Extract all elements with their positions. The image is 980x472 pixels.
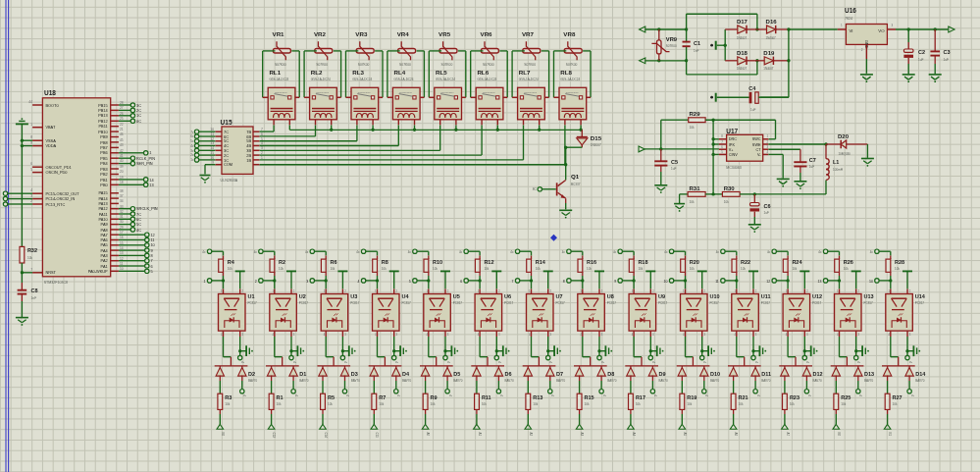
svg-text:NormallyOpen: NormallyOpen	[316, 91, 329, 93]
svg-text:10k: 10k	[27, 256, 33, 260]
svg-text:BAV70: BAV70	[659, 379, 668, 383]
svg-text:C5: C5	[671, 159, 678, 165]
svg-text:25: 25	[120, 117, 124, 121]
svg-text:PB1: PB1	[100, 178, 107, 183]
svg-text:10k: 10k	[482, 402, 487, 406]
svg-text:PA5: PA5	[101, 242, 108, 247]
svg-text:R7: R7	[379, 394, 386, 400]
svg-text:10: 10	[664, 280, 668, 284]
svg-text:12: 12	[120, 257, 124, 261]
svg-text:PB0: PB0	[100, 183, 108, 187]
svg-text:U4: U4	[402, 293, 410, 299]
svg-text:G5S-1A-DC24: G5S-1A-DC24	[560, 78, 580, 81]
svg-text:6c: 6c	[190, 134, 194, 138]
svg-text:RL4: RL4	[394, 69, 406, 76]
svg-text:1N4007: 1N4007	[763, 67, 774, 71]
svg-text:18: 18	[120, 181, 124, 184]
svg-text:G5S-1A-DC24: G5S-1A-DC24	[477, 78, 496, 81]
svg-text:5: 5	[261, 137, 263, 141]
svg-text:A1: A1	[478, 433, 482, 437]
svg-text:10k: 10k	[690, 200, 695, 204]
svg-text:10k: 10k	[638, 267, 643, 271]
svg-text:10k: 10k	[279, 267, 284, 271]
svg-text:1uF: 1uF	[764, 211, 769, 215]
svg-text:10k: 10k	[790, 402, 795, 406]
svg-text:RL6: RL6	[477, 69, 489, 76]
svg-text:29: 29	[120, 226, 124, 230]
svg-text:8: 8	[150, 253, 152, 258]
svg-text:U5: U5	[453, 293, 460, 299]
svg-text:5: 5	[30, 168, 32, 172]
svg-text:1B: 1B	[246, 158, 251, 163]
svg-text:PB13: PB13	[98, 113, 108, 118]
svg-text:D11: D11	[761, 371, 771, 377]
svg-text:BAV70: BAV70	[556, 379, 565, 383]
svg-text:10k: 10k	[331, 267, 335, 271]
svg-text:NormallyOpen: NormallyOpen	[566, 91, 579, 93]
svg-text:R6: R6	[331, 259, 337, 265]
svg-text:R32: R32	[27, 247, 37, 253]
svg-text:VDDA: VDDA	[45, 143, 56, 148]
svg-text:5: 5	[150, 269, 152, 274]
svg-text:R31: R31	[690, 185, 701, 191]
svg-text:VR9: VR9	[666, 36, 678, 42]
svg-text:DRC: DRC	[729, 137, 737, 141]
svg-text:PC817: PC817	[453, 301, 463, 305]
svg-text:S07K00: S07K00	[316, 63, 328, 67]
svg-text:PB4: PB4	[100, 161, 108, 166]
svg-text:4C: 4C	[136, 228, 141, 233]
svg-text:17: 17	[120, 231, 124, 235]
svg-text:PC817: PC817	[556, 301, 566, 305]
svg-text:10k: 10k	[636, 402, 641, 406]
svg-text:19: 19	[120, 176, 124, 180]
svg-text:D8: D8	[607, 371, 614, 377]
svg-text:10k: 10k	[277, 402, 282, 406]
svg-text:OSCIN_PD0: OSCIN_PD0	[45, 170, 68, 175]
svg-text:6C: 6C	[136, 217, 141, 222]
svg-text:PB10: PB10	[98, 130, 108, 134]
svg-text:7c: 7c	[190, 131, 194, 134]
svg-text:PA1: PA1	[101, 264, 108, 269]
svg-text:100mH: 100mH	[833, 168, 843, 172]
svg-text:PC817: PC817	[915, 301, 925, 305]
svg-text:D6: D6	[505, 371, 512, 377]
svg-text:PC817: PC817	[350, 301, 360, 305]
svg-text:R16: R16	[587, 259, 596, 265]
svg-text:D18: D18	[737, 50, 748, 56]
svg-text:RL2: RL2	[311, 69, 323, 76]
svg-text:10k: 10k	[585, 402, 590, 406]
svg-text:2: 2	[255, 280, 257, 284]
svg-text:PB15: PB15	[98, 103, 108, 108]
svg-text:PC14-OSC32_IN: PC14-OSC32_IN	[45, 196, 75, 201]
svg-text:R17: R17	[636, 394, 645, 400]
svg-text:9: 9	[150, 248, 152, 253]
svg-text:PC817: PC817	[402, 301, 412, 305]
svg-text:R29: R29	[690, 111, 701, 117]
svg-text:PB12: PB12	[98, 119, 108, 124]
svg-text:U10: U10	[710, 293, 720, 299]
svg-text:BOOT0: BOOT0	[45, 103, 59, 108]
svg-text:PC817: PC817	[761, 301, 771, 305]
svg-text:15: 15	[210, 151, 214, 155]
svg-text:PC817: PC817	[299, 301, 309, 305]
svg-text:10k: 10k	[536, 267, 541, 271]
svg-text:D17: D17	[737, 19, 748, 25]
svg-text:3: 3	[892, 24, 894, 27]
svg-text:BAV70: BAV70	[864, 379, 873, 383]
svg-text:1uF: 1uF	[671, 167, 676, 171]
svg-text:R28: R28	[895, 259, 904, 265]
svg-text:A0: A0	[426, 433, 430, 437]
svg-text:1: 1	[30, 123, 32, 127]
svg-text:C4: C4	[748, 85, 756, 91]
svg-text:BAV70: BAV70	[813, 379, 822, 383]
svg-text:3: 3	[261, 146, 263, 150]
svg-text:PC817: PC817	[248, 301, 258, 305]
svg-text:PA4: PA4	[101, 248, 109, 253]
svg-text:VR5: VR5	[438, 30, 451, 37]
svg-text:PA11: PA11	[99, 212, 108, 217]
svg-text:PC817: PC817	[864, 301, 874, 305]
svg-text:10: 10	[120, 267, 124, 271]
svg-text:11: 11	[150, 237, 154, 242]
svg-text:D5: D5	[453, 371, 460, 377]
svg-text:G5S-1A-DC24: G5S-1A-DC24	[436, 78, 455, 81]
